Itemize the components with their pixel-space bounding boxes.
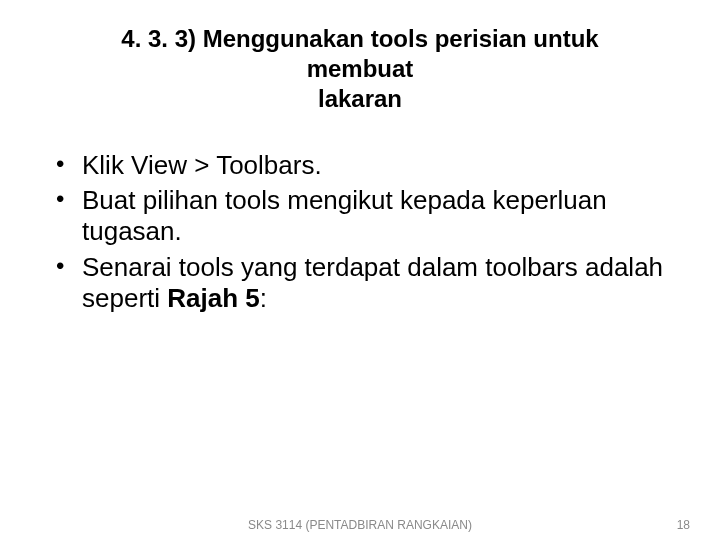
bullet-list: Klik View > Toolbars. Buat pilihan tools…: [52, 150, 668, 314]
list-item: Klik View > Toolbars.: [52, 150, 668, 181]
slide-body: Klik View > Toolbars. Buat pilihan tools…: [0, 114, 720, 314]
slide-title-line1: 4. 3. 3) Menggunakan tools perisian untu…: [80, 24, 640, 84]
bullet-text-post: :: [260, 283, 267, 313]
footer-page-number: 18: [677, 518, 690, 532]
list-item: Buat pilihan tools mengikut kepada keper…: [52, 185, 668, 247]
slide-title-line2: lakaran: [80, 84, 640, 114]
bullet-text-bold: Rajah 5: [167, 283, 260, 313]
bullet-text: Buat pilihan tools mengikut kepada keper…: [82, 185, 607, 246]
footer-center-text: SKS 3114 (PENTADBIRAN RANGKAIAN): [0, 518, 720, 532]
slide-title: 4. 3. 3) Menggunakan tools perisian untu…: [0, 0, 720, 114]
bullet-text: Klik View > Toolbars.: [82, 150, 322, 180]
list-item: Senarai tools yang terdapat dalam toolba…: [52, 252, 668, 314]
